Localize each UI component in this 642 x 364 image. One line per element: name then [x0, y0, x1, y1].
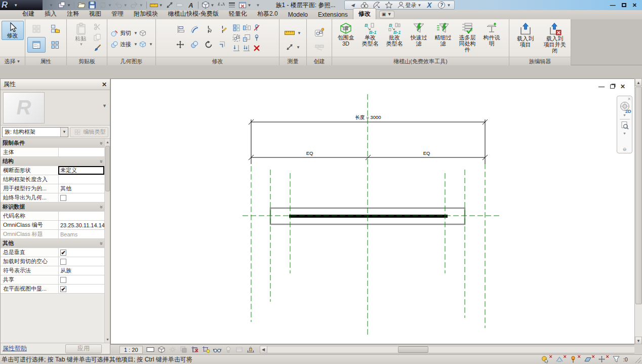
- family-types-button[interactable]: [27, 21, 46, 36]
- paste-button[interactable]: 粘贴▼: [72, 21, 90, 49]
- horizontal-scrollbar[interactable]: ◀ ▶: [260, 346, 642, 353]
- tab-管理[interactable]: 管理: [106, 9, 129, 19]
- reveal-hidden-elements-icon[interactable]: [224, 345, 233, 354]
- trim-extend-multiple-button[interactable]: [242, 43, 252, 53]
- show-crop-region-icon[interactable]: [202, 345, 211, 354]
- fine-filter-button[interactable]: 精细过滤: [431, 21, 455, 48]
- bounding-box-3d-button[interactable]: 包围盒3D: [334, 21, 357, 48]
- family-selector-arrow-icon[interactable]: ▼: [60, 128, 68, 137]
- create-group-ribbon-button[interactable]: [313, 26, 326, 39]
- move-button[interactable]: [174, 37, 187, 52]
- type-preview[interactable]: R ▼: [1, 90, 110, 126]
- dimension-button[interactable]: ▼: [285, 42, 301, 53]
- property-value[interactable]: 从族: [60, 267, 71, 274]
- offset-button[interactable]: [188, 22, 202, 36]
- worksharing-display-icon[interactable]: [235, 345, 245, 354]
- horizontal-scroll-thumb[interactable]: [398, 346, 428, 353]
- load-into-project-close-button[interactable]: 载入到 项目并关闭: [541, 21, 569, 55]
- shadows-icon[interactable]: [179, 345, 189, 354]
- cut-to-clipboard-icon[interactable]: [92, 22, 102, 32]
- property-checkbox[interactable]: ✔: [60, 250, 66, 256]
- tab-附加模块[interactable]: 附加模块: [129, 9, 163, 19]
- load-into-project-button[interactable]: 载入到 项目: [511, 21, 540, 49]
- crop-view-icon[interactable]: [190, 345, 200, 354]
- select-multi-level-button[interactable]: 选多层 同处构件: [456, 21, 479, 54]
- match-type-properties-icon[interactable]: [92, 43, 102, 53]
- properties-help-link[interactable]: 属性帮助: [3, 344, 27, 353]
- create-group-button[interactable]: [232, 33, 242, 43]
- help-icon[interactable]: ?▼: [437, 1, 451, 10]
- vertical-scroll-thumb[interactable]: [635, 87, 642, 304]
- tab-Extensions[interactable]: Extensions: [313, 10, 353, 19]
- tab-创建[interactable]: 创建: [17, 9, 39, 19]
- properties-scrollbar[interactable]: ▲ ▼: [104, 139, 110, 343]
- family-selector[interactable]: 族: 结构框架 ▼: [2, 127, 68, 137]
- visual-style-icon[interactable]: [157, 345, 167, 354]
- property-checkbox[interactable]: ✔: [60, 286, 66, 292]
- view-minimize-button[interactable]: —: [598, 83, 605, 90]
- unpin-button[interactable]: [252, 23, 262, 32]
- resize-grip[interactable]: [635, 357, 641, 363]
- join-geometry-button[interactable]: 连接▼ ▼: [109, 39, 154, 50]
- sun-path-icon[interactable]: [168, 345, 178, 354]
- select-by-face-toggle[interactable]: ×: [584, 355, 593, 363]
- create-similar-button[interactable]: [313, 42, 326, 53]
- measure-button[interactable]: ▼: [284, 27, 302, 38]
- zoom-arrow-icon[interactable]: ▼: [623, 132, 626, 135]
- select-links-toggle[interactable]: ×: [541, 355, 550, 363]
- tab-Modelo[interactable]: Modelo: [283, 10, 313, 19]
- restore-button[interactable]: [622, 3, 626, 7]
- property-value[interactable]: 其他: [60, 185, 71, 192]
- reveal-constraints-icon[interactable]: [246, 345, 256, 354]
- collapse-chevron-icon[interactable]: «: [98, 141, 104, 144]
- apply-button[interactable]: 应用: [65, 344, 102, 353]
- properties-button[interactable]: [27, 37, 46, 53]
- drag-on-selection-toggle[interactable]: ×: [598, 355, 607, 363]
- sign-in-icon[interactable]: 登录▼: [396, 1, 422, 10]
- array-button[interactable]: [232, 23, 242, 32]
- scroll-up-icon[interactable]: ▲: [635, 78, 642, 86]
- steering-wheel-arrow-icon[interactable]: ▼: [623, 113, 626, 117]
- property-value[interactable]: 未定义: [60, 167, 77, 174]
- trim-extend-single-button[interactable]: [232, 43, 242, 53]
- quick-filter-button[interactable]: 快速过滤: [407, 21, 430, 48]
- pin-button[interactable]: [252, 33, 262, 43]
- type-preview-arrow-icon[interactable]: ▼: [102, 103, 107, 108]
- tab-轻量化[interactable]: 轻量化: [224, 9, 252, 19]
- split-with-gap-button[interactable]: [216, 22, 230, 36]
- close-button[interactable]: ✕: [632, 3, 637, 8]
- mirror-pick-axis-button[interactable]: [242, 23, 252, 32]
- property-checkbox[interactable]: [60, 277, 66, 283]
- rotate-button[interactable]: [202, 37, 216, 52]
- family-types-grid-button[interactable]: [46, 37, 64, 53]
- modify-button[interactable]: 修改: [2, 21, 24, 40]
- delete-button[interactable]: [252, 43, 262, 53]
- copy-to-clipboard-icon[interactable]: [92, 32, 102, 43]
- collapse-chevron-icon[interactable]: «: [98, 159, 104, 163]
- scroll-down-icon[interactable]: ▼: [635, 337, 642, 344]
- properties-close-icon[interactable]: ✕: [102, 81, 107, 88]
- property-checkbox[interactable]: [60, 259, 66, 265]
- align-button[interactable]: [174, 22, 187, 36]
- navbar-collapse-icon[interactable]: ⊖: [623, 147, 627, 152]
- tab-视图[interactable]: 视图: [84, 9, 106, 19]
- component-description-button[interactable]: 构件说明: [480, 21, 503, 48]
- scale-button[interactable]: [242, 33, 252, 43]
- zoom-button[interactable]: [620, 121, 629, 131]
- family-category-button[interactable]: [46, 21, 64, 36]
- collapse-chevron-icon[interactable]: «: [98, 241, 104, 245]
- plan-view-drawing[interactable]: 长度 = 3000EQEQ: [111, 79, 635, 345]
- select-pinned-toggle[interactable]: ×: [570, 355, 579, 363]
- cut-geometry-button[interactable]: 剪切▼: [109, 28, 147, 39]
- selection-filter-icon[interactable]: [612, 355, 621, 363]
- tab-插入[interactable]: 插入: [39, 9, 62, 19]
- batch-rename-type-button[interactable]: BB-1批改 类型名: [383, 21, 406, 48]
- favorites-icon[interactable]: [384, 1, 393, 10]
- select-underlay-toggle[interactable]: ×: [555, 355, 565, 363]
- collapse-chevron-icon[interactable]: «: [98, 205, 104, 208]
- single-rename-type-button[interactable]: BB-1单改 类型名: [358, 21, 382, 48]
- view-restore-button[interactable]: [610, 85, 615, 89]
- panel-label-select[interactable]: 选择▼: [0, 57, 25, 65]
- edit-type-button[interactable]: 编辑类型: [70, 127, 108, 137]
- scroll-left-icon[interactable]: ◀: [260, 346, 267, 353]
